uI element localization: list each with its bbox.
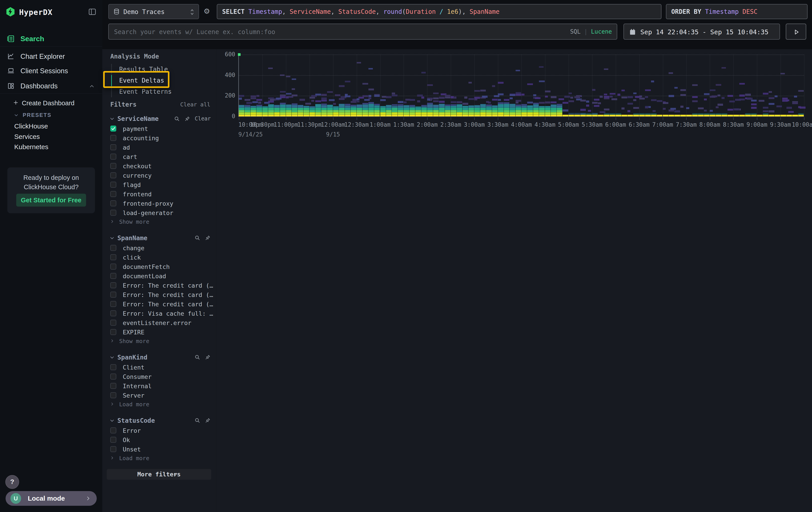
filter-item[interactable]: Client: [102, 362, 216, 372]
checkbox[interactable]: [110, 427, 116, 433]
chevron-up-icon[interactable]: [89, 83, 95, 89]
sidebar-item-client-sessions[interactable]: Client Sessions: [0, 65, 102, 77]
filter-item[interactable]: frontend-proxy: [102, 199, 216, 208]
filter-section-title[interactable]: StatusCode: [117, 417, 155, 424]
filter-item[interactable]: Ok: [102, 435, 216, 444]
filter-item[interactable]: ad: [102, 143, 216, 152]
filter-item[interactable]: Consumer: [102, 372, 216, 381]
duration-heatmap-chart[interactable]: 020040060010:00pm10:30pm11:00pm11:30pm12…: [239, 55, 804, 116]
load-more-button[interactable]: Load more: [102, 400, 216, 409]
create-dashboard-button[interactable]: Create Dashboard: [0, 98, 102, 109]
show-more-button[interactable]: Show more: [102, 337, 216, 346]
filter-item[interactable]: currency: [102, 171, 216, 180]
filter-item[interactable]: frontend: [102, 189, 216, 199]
show-more-button[interactable]: Show more: [102, 217, 216, 226]
filter-section-header[interactable]: StatusCode: [102, 415, 216, 426]
checkbox[interactable]: [110, 392, 116, 398]
filter-item[interactable]: Server: [102, 391, 216, 400]
source-select[interactable]: Demo Traces: [108, 4, 199, 19]
filter-section-title[interactable]: ServiceName: [117, 115, 158, 123]
checkbox[interactable]: [110, 182, 116, 188]
sidebar-item-kubernetes[interactable]: Kubernetes: [0, 142, 102, 152]
pin-icon[interactable]: [205, 417, 211, 423]
filter-item[interactable]: checkout: [102, 161, 216, 171]
user-menu[interactable]: U Local mode: [5, 491, 97, 506]
run-query-button[interactable]: [786, 24, 806, 39]
checkbox[interactable]: [110, 282, 116, 288]
checkbox[interactable]: [110, 163, 116, 169]
filter-item[interactable]: Error: The credit card (…: [102, 290, 216, 299]
filter-section-header[interactable]: SpanName: [102, 233, 216, 243]
search-icon[interactable]: [194, 417, 200, 423]
filter-item[interactable]: change: [102, 243, 216, 253]
checkbox[interactable]: [110, 172, 116, 178]
checkbox[interactable]: [110, 245, 116, 251]
sidebar-item-search[interactable]: Search: [0, 33, 102, 45]
filter-section-header[interactable]: ServiceNameClear: [102, 113, 216, 124]
select-expression-input[interactable]: SELECT Timestamp, ServiceName, StatusCod…: [217, 4, 662, 19]
filter-item[interactable]: Internal: [102, 381, 216, 391]
filter-item[interactable]: Error: The credit card (…: [102, 299, 216, 309]
sql-toggle[interactable]: SQL: [570, 28, 581, 35]
sidebar-item-dashboards[interactable]: Dashboards: [0, 80, 102, 92]
filter-item[interactable]: Error: Visa cache full: …: [102, 309, 216, 318]
analysis-mode-option-event-deltas[interactable]: Event Deltas: [119, 75, 164, 86]
more-filters-button[interactable]: More filters: [107, 469, 211, 480]
chevron-down-icon[interactable]: [109, 116, 115, 121]
source-settings-gear-icon[interactable]: ⚙: [202, 6, 212, 16]
lucene-toggle[interactable]: Lucene: [591, 28, 612, 35]
filter-section-title[interactable]: SpanName: [117, 235, 147, 242]
load-more-button[interactable]: Load more: [102, 454, 216, 463]
checkbox[interactable]: [110, 144, 116, 150]
filter-item[interactable]: eventListener.error: [102, 318, 216, 327]
checkbox[interactable]: [110, 446, 116, 452]
pin-icon[interactable]: [205, 354, 211, 360]
filter-item[interactable]: click: [102, 253, 216, 262]
help-button[interactable]: ?: [5, 475, 19, 489]
filter-item[interactable]: accounting: [102, 133, 216, 143]
analysis-mode-option-results-table[interactable]: Results Table: [119, 64, 168, 75]
time-range-picker[interactable]: Sep 14 22:04:35 - Sep 15 10:04:35: [624, 24, 780, 39]
chevron-down-icon[interactable]: [109, 418, 115, 423]
order-by-input[interactable]: ORDER BY Timestamp DESC: [666, 4, 808, 19]
filter-item[interactable]: load-generator: [102, 208, 216, 217]
checkbox[interactable]: [110, 264, 116, 270]
sidebar-item-services[interactable]: Services: [0, 132, 102, 142]
pin-icon[interactable]: [184, 116, 190, 122]
search-icon[interactable]: [174, 116, 180, 122]
checkbox[interactable]: [110, 210, 116, 216]
checkbox[interactable]: [110, 200, 116, 206]
filter-item[interactable]: EXPIRE: [102, 327, 216, 337]
filter-item[interactable]: payment: [102, 124, 216, 133]
presets-group-toggle[interactable]: PRESETS: [0, 111, 102, 120]
checkbox[interactable]: [110, 374, 116, 380]
search-icon[interactable]: [194, 354, 200, 360]
checkbox[interactable]: [110, 154, 116, 160]
checkbox-checked[interactable]: [110, 126, 116, 132]
checkbox[interactable]: [110, 364, 116, 370]
get-started-button[interactable]: Get Started for Free: [16, 194, 86, 207]
filter-item[interactable]: Unset: [102, 444, 216, 454]
checkbox[interactable]: [110, 301, 116, 307]
checkbox[interactable]: [110, 383, 116, 389]
filter-item[interactable]: Error: The credit card (…: [102, 281, 216, 290]
search-input[interactable]: Search your events w/ Lucene ex. column:…: [108, 24, 617, 39]
clear-filter-button[interactable]: Clear: [195, 115, 211, 122]
chevron-down-icon[interactable]: [109, 355, 115, 360]
checkbox[interactable]: [110, 254, 116, 260]
checkbox[interactable]: [110, 329, 116, 335]
sidebar-item-chart-explorer[interactable]: Chart Explorer: [0, 51, 102, 62]
checkbox[interactable]: [110, 310, 116, 316]
checkbox[interactable]: [110, 437, 116, 443]
checkbox[interactable]: [110, 273, 116, 279]
filter-section-title[interactable]: SpanKind: [117, 354, 147, 361]
collapse-sidebar-icon[interactable]: [88, 7, 96, 16]
filter-item[interactable]: documentFetch: [102, 262, 216, 271]
clear-all-button[interactable]: Clear all: [180, 101, 210, 108]
filter-item[interactable]: cart: [102, 152, 216, 161]
pin-icon[interactable]: [205, 235, 211, 241]
chevron-down-icon[interactable]: [109, 235, 115, 241]
filter-item[interactable]: documentLoad: [102, 271, 216, 281]
filter-item[interactable]: flagd: [102, 180, 216, 189]
checkbox[interactable]: [110, 191, 116, 197]
